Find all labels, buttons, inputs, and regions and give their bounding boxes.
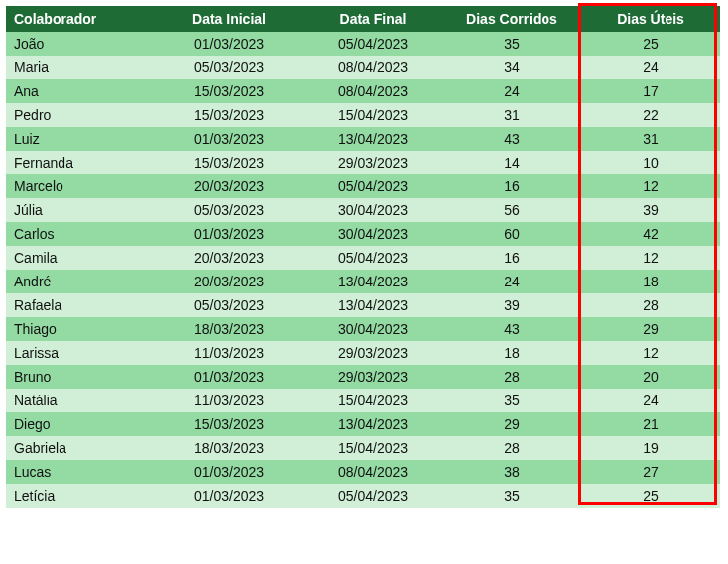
table-row: Júlia05/03/202330/04/20235639 <box>6 198 720 222</box>
table-row: Fernanda15/03/202329/03/20231410 <box>6 151 720 174</box>
cell-data-final: 05/04/2023 <box>303 484 442 508</box>
table-row: João01/03/202305/04/20233525 <box>6 32 720 56</box>
table-row: Camila20/03/202305/04/20231612 <box>6 246 720 270</box>
cell-dias-uteis: 19 <box>581 436 720 460</box>
cell-data-inicial: 15/03/2023 <box>155 151 303 174</box>
cell-data-final: 29/03/2023 <box>303 365 442 389</box>
cell-colaborador: Lucas <box>6 460 155 484</box>
cell-data-inicial: 15/03/2023 <box>155 103 303 127</box>
employee-days-table: Colaborador Data Inicial Data Final Dias… <box>6 6 720 508</box>
cell-dias-uteis: 28 <box>581 293 720 317</box>
cell-data-final: 29/03/2023 <box>303 341 442 365</box>
cell-data-final: 08/04/2023 <box>303 79 442 103</box>
cell-colaborador: Pedro <box>6 103 155 127</box>
cell-data-final: 08/04/2023 <box>303 460 442 484</box>
cell-dias-corridos: 60 <box>442 222 581 246</box>
cell-dias-corridos: 18 <box>442 341 581 365</box>
cell-data-inicial: 11/03/2023 <box>155 389 303 412</box>
cell-colaborador: Thiago <box>6 317 155 341</box>
cell-dias-corridos: 38 <box>442 460 581 484</box>
cell-dias-uteis: 18 <box>581 270 720 293</box>
cell-data-inicial: 01/03/2023 <box>155 32 303 56</box>
table-row: Diego15/03/202313/04/20232921 <box>6 412 720 436</box>
cell-data-final: 05/04/2023 <box>303 32 442 56</box>
cell-dias-corridos: 28 <box>442 365 581 389</box>
cell-colaborador: André <box>6 270 155 293</box>
table-row: Thiago18/03/202330/04/20234329 <box>6 317 720 341</box>
cell-dias-corridos: 24 <box>442 79 581 103</box>
cell-data-inicial: 01/03/2023 <box>155 460 303 484</box>
cell-data-inicial: 01/03/2023 <box>155 222 303 246</box>
cell-data-inicial: 18/03/2023 <box>155 436 303 460</box>
cell-colaborador: Camila <box>6 246 155 270</box>
table-row: Luiz01/03/202313/04/20234331 <box>6 127 720 151</box>
cell-dias-uteis: 29 <box>581 317 720 341</box>
cell-data-inicial: 01/03/2023 <box>155 365 303 389</box>
cell-data-inicial: 05/03/2023 <box>155 293 303 317</box>
cell-dias-uteis: 20 <box>581 365 720 389</box>
cell-colaborador: Gabriela <box>6 436 155 460</box>
cell-colaborador: Larissa <box>6 341 155 365</box>
cell-dias-uteis: 39 <box>581 198 720 222</box>
cell-colaborador: Natália <box>6 389 155 412</box>
cell-dias-corridos: 16 <box>442 246 581 270</box>
cell-data-inicial: 18/03/2023 <box>155 317 303 341</box>
cell-data-inicial: 01/03/2023 <box>155 484 303 508</box>
cell-colaborador: Marcelo <box>6 174 155 198</box>
cell-dias-corridos: 24 <box>442 270 581 293</box>
cell-data-inicial: 15/03/2023 <box>155 412 303 436</box>
cell-dias-corridos: 31 <box>442 103 581 127</box>
cell-data-final: 15/04/2023 <box>303 103 442 127</box>
table-header-row: Colaborador Data Inicial Data Final Dias… <box>6 6 720 32</box>
cell-data-inicial: 05/03/2023 <box>155 56 303 79</box>
cell-dias-corridos: 14 <box>442 151 581 174</box>
cell-data-final: 13/04/2023 <box>303 412 442 436</box>
table-row: Carlos01/03/202330/04/20236042 <box>6 222 720 246</box>
cell-data-final: 08/04/2023 <box>303 56 442 79</box>
cell-colaborador: Luiz <box>6 127 155 151</box>
header-data-final: Data Final <box>303 6 442 32</box>
cell-colaborador: João <box>6 32 155 56</box>
cell-dias-uteis: 42 <box>581 222 720 246</box>
table-row: Lucas01/03/202308/04/20233827 <box>6 460 720 484</box>
cell-data-inicial: 20/03/2023 <box>155 246 303 270</box>
cell-colaborador: Fernanda <box>6 151 155 174</box>
cell-data-final: 30/04/2023 <box>303 222 442 246</box>
cell-data-final: 13/04/2023 <box>303 127 442 151</box>
cell-colaborador: Letícia <box>6 484 155 508</box>
cell-dias-uteis: 25 <box>581 484 720 508</box>
table-row: Gabriela18/03/202315/04/20232819 <box>6 436 720 460</box>
cell-dias-uteis: 27 <box>581 460 720 484</box>
cell-dias-uteis: 12 <box>581 174 720 198</box>
cell-data-final: 15/04/2023 <box>303 389 442 412</box>
cell-dias-uteis: 12 <box>581 246 720 270</box>
table-row: André20/03/202313/04/20232418 <box>6 270 720 293</box>
table-row: Rafaela05/03/202313/04/20233928 <box>6 293 720 317</box>
cell-data-inicial: 01/03/2023 <box>155 127 303 151</box>
cell-dias-corridos: 35 <box>442 32 581 56</box>
cell-data-final: 15/04/2023 <box>303 436 442 460</box>
cell-colaborador: Diego <box>6 412 155 436</box>
cell-colaborador: Rafaela <box>6 293 155 317</box>
cell-dias-corridos: 43 <box>442 317 581 341</box>
cell-dias-uteis: 24 <box>581 389 720 412</box>
table-row: Maria05/03/202308/04/20233424 <box>6 56 720 79</box>
cell-dias-corridos: 43 <box>442 127 581 151</box>
cell-dias-corridos: 39 <box>442 293 581 317</box>
cell-dias-uteis: 25 <box>581 32 720 56</box>
cell-dias-corridos: 35 <box>442 389 581 412</box>
cell-dias-corridos: 29 <box>442 412 581 436</box>
cell-dias-uteis: 17 <box>581 79 720 103</box>
cell-colaborador: Carlos <box>6 222 155 246</box>
cell-data-final: 29/03/2023 <box>303 151 442 174</box>
cell-dias-corridos: 16 <box>442 174 581 198</box>
cell-data-final: 05/04/2023 <box>303 174 442 198</box>
cell-dias-corridos: 35 <box>442 484 581 508</box>
cell-data-final: 30/04/2023 <box>303 198 442 222</box>
cell-dias-uteis: 12 <box>581 341 720 365</box>
cell-dias-uteis: 10 <box>581 151 720 174</box>
table-row: Natália11/03/202315/04/20233524 <box>6 389 720 412</box>
cell-data-final: 05/04/2023 <box>303 246 442 270</box>
table-row: Pedro15/03/202315/04/20233122 <box>6 103 720 127</box>
cell-colaborador: Ana <box>6 79 155 103</box>
